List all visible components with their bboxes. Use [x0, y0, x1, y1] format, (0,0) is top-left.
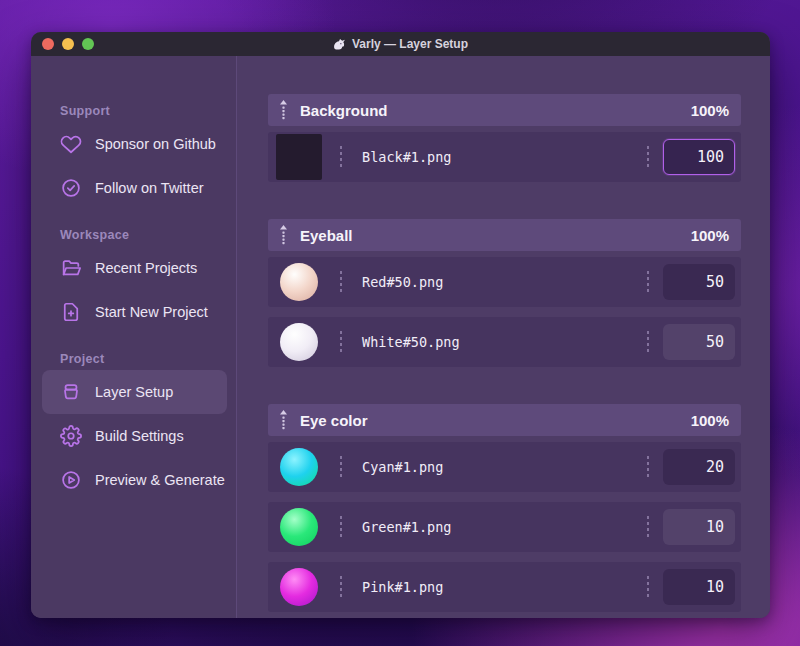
sidebar-item-label: Layer Setup [95, 384, 173, 400]
divider-dashed [340, 146, 342, 168]
layer-group-header[interactable]: Eyeball 100% [268, 219, 741, 251]
layer-setup-panel: Background 100% Black#1.png [237, 56, 770, 618]
layer-weight-input[interactable] [663, 139, 735, 175]
layer-filename: Pink#1.png [362, 579, 647, 595]
layer-weight-input[interactable] [663, 449, 735, 485]
layer-row-cyan-1-png[interactable]: Cyan#1.png [268, 442, 741, 492]
sidebar-section-workspace: Workspace Recent Projects Start New Proj… [31, 228, 236, 334]
sidebar-section-label: Project [60, 352, 236, 366]
sidebar-item-label: Build Settings [95, 428, 184, 444]
layer-group-opacity: 100% [691, 227, 729, 244]
window-title: Varly — Layer Setup [333, 37, 468, 51]
layer-thumbnail [276, 134, 322, 180]
heart-icon [60, 133, 82, 155]
layer-group-opacity: 100% [691, 412, 729, 429]
sidebar-item-label: Start New Project [95, 304, 208, 320]
drag-handle-icon[interactable] [278, 410, 288, 430]
layer-group-name: Background [300, 102, 679, 119]
layer-group-header[interactable]: Eye color 100% [268, 404, 741, 436]
app-window: Varly — Layer Setup Support Sponsor on G… [31, 32, 770, 618]
window-body: Support Sponsor on Github Follow on Twit… [31, 56, 770, 618]
layer-group-header[interactable]: Background 100% [268, 94, 741, 126]
file-plus-icon [60, 301, 82, 323]
sidebar-section-label: Workspace [60, 228, 236, 242]
layer-weight-input[interactable] [663, 324, 735, 360]
unicorn-icon [333, 38, 346, 51]
layer-row-pink-1-png[interactable]: Pink#1.png [268, 562, 741, 612]
layer-thumbnail [280, 568, 318, 606]
layer-weight-input[interactable] [663, 509, 735, 545]
window-title-text: Varly — Layer Setup [352, 37, 468, 51]
layer-filename: Cyan#1.png [362, 459, 647, 475]
layer-weight-input[interactable] [663, 264, 735, 300]
close-button[interactable] [42, 38, 54, 50]
layer-group-eye-color: Eye color 100% Cyan#1.png Green#1.png Pi… [268, 404, 741, 612]
sidebar-item-label: Follow on Twitter [95, 180, 204, 196]
layer-group-opacity: 100% [691, 102, 729, 119]
layer-filename: Red#50.png [362, 274, 647, 290]
sidebar-item-label: Recent Projects [95, 260, 197, 276]
play-circle-icon [60, 469, 82, 491]
sidebar-section-label: Support [60, 104, 236, 118]
sidebar: Support Sponsor on Github Follow on Twit… [31, 56, 237, 618]
sidebar-section-support: Support Sponsor on Github Follow on Twit… [31, 104, 236, 210]
layer-weight-input[interactable] [663, 569, 735, 605]
divider-dashed [647, 331, 649, 353]
folder-open-icon [60, 257, 82, 279]
zoom-button[interactable] [82, 38, 94, 50]
sidebar-item-start-new-project[interactable]: Start New Project [42, 290, 227, 334]
sidebar-item-build-settings[interactable]: Build Settings [42, 414, 227, 458]
divider-dashed [647, 516, 649, 538]
sidebar-item-follow-on-twitter[interactable]: Follow on Twitter [42, 166, 227, 210]
layer-group-name: Eyeball [300, 227, 679, 244]
divider-dashed [340, 331, 342, 353]
minimize-button[interactable] [62, 38, 74, 50]
archive-icon [60, 381, 82, 403]
layer-thumbnail [280, 448, 318, 486]
sidebar-section-project: Project Layer Setup Build Settings Previ… [31, 352, 236, 502]
drag-handle-icon[interactable] [278, 225, 288, 245]
layer-filename: Green#1.png [362, 519, 647, 535]
layer-row-red-50-png[interactable]: Red#50.png [268, 257, 741, 307]
traffic-lights [42, 32, 94, 56]
divider-dashed [647, 146, 649, 168]
layer-row-black-1-png[interactable]: Black#1.png [268, 132, 741, 182]
layer-thumbnail [280, 508, 318, 546]
layer-group-background: Background 100% Black#1.png [268, 94, 741, 182]
divider-dashed [340, 576, 342, 598]
sidebar-item-recent-projects[interactable]: Recent Projects [42, 246, 227, 290]
sidebar-item-label: Sponsor on Github [95, 136, 216, 152]
layer-thumbnail [280, 323, 318, 361]
divider-dashed [647, 576, 649, 598]
layer-thumbnail [280, 263, 318, 301]
divider-dashed [647, 456, 649, 478]
titlebar[interactable]: Varly — Layer Setup [31, 32, 770, 56]
badge-check-icon [60, 177, 82, 199]
divider-dashed [340, 516, 342, 538]
layer-row-white-50-png[interactable]: White#50.png [268, 317, 741, 367]
divider-dashed [647, 271, 649, 293]
divider-dashed [340, 271, 342, 293]
layer-group-eyeball: Eyeball 100% Red#50.png White#50.png [268, 219, 741, 367]
divider-dashed [340, 456, 342, 478]
sidebar-item-layer-setup[interactable]: Layer Setup [42, 370, 227, 414]
layer-row-green-1-png[interactable]: Green#1.png [268, 502, 741, 552]
layer-filename: Black#1.png [362, 149, 647, 165]
layer-filename: White#50.png [362, 334, 647, 350]
sidebar-item-label: Preview & Generate [95, 472, 225, 488]
sidebar-item-sponsor-on-github[interactable]: Sponsor on Github [42, 122, 227, 166]
drag-handle-icon[interactable] [278, 100, 288, 120]
gear-icon [60, 425, 82, 447]
layer-group-name: Eye color [300, 412, 679, 429]
sidebar-item-preview-generate[interactable]: Preview & Generate [42, 458, 227, 502]
